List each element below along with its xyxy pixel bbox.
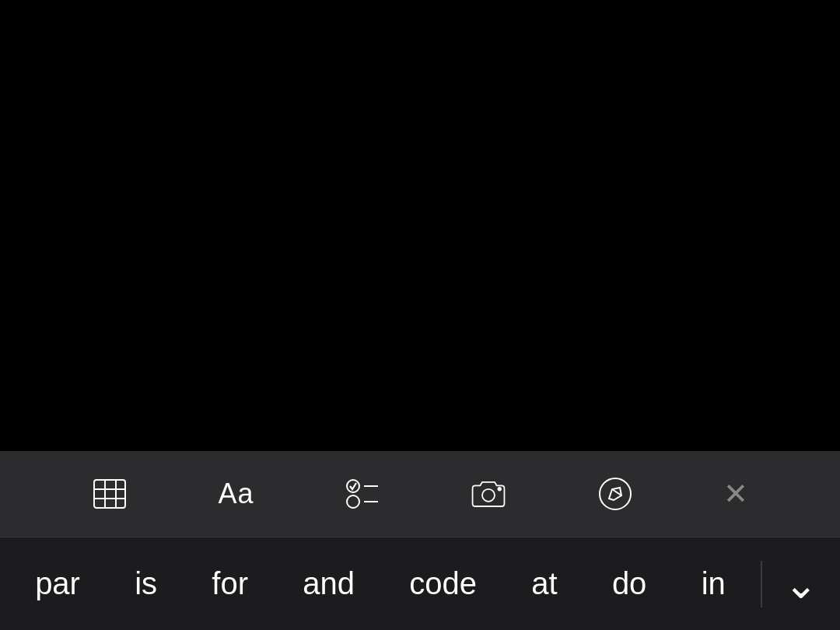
expand-chevron-icon: ⌄	[784, 564, 818, 604]
suggestion-code[interactable]: code	[397, 558, 488, 609]
text-format-icon[interactable]: Aa	[218, 478, 254, 510]
suggestion-at[interactable]: at	[520, 558, 569, 609]
checklist-icon[interactable]	[344, 475, 381, 513]
svg-point-9	[482, 489, 495, 502]
suggestion-par[interactable]: par	[23, 558, 92, 609]
suggestion-in[interactable]: in	[690, 558, 737, 609]
suggestions-bar: par is for and code at do in ⌄	[0, 537, 840, 630]
formatting-toolbar: Aa ✕	[0, 451, 840, 537]
svg-point-5	[347, 480, 359, 492]
draw-icon[interactable]	[597, 475, 634, 513]
svg-rect-0	[94, 480, 125, 508]
svg-point-11	[600, 478, 631, 509]
suggestions-list: par is for and code at do in	[0, 558, 761, 609]
close-button[interactable]: ✕	[723, 477, 748, 511]
suggestion-do[interactable]: do	[600, 558, 659, 609]
suggestion-for[interactable]: for	[200, 558, 260, 609]
close-icon: ✕	[723, 477, 748, 511]
camera-icon[interactable]	[470, 475, 507, 513]
svg-point-7	[347, 495, 359, 508]
text-format-label: Aa	[218, 478, 254, 510]
suggestion-and[interactable]: and	[291, 558, 366, 609]
table-icon[interactable]	[91, 475, 128, 513]
main-content-area	[0, 0, 840, 451]
svg-point-10	[499, 488, 502, 491]
suggestions-expand-button[interactable]: ⌄	[762, 537, 840, 631]
suggestion-is[interactable]: is	[123, 558, 169, 609]
